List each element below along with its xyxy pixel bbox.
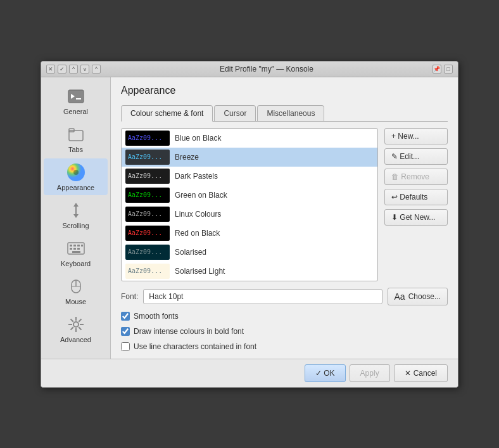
- scheme-preview-red-on-black: AaZz09...: [125, 226, 170, 241]
- get-new-button[interactable]: ⬇ Get New...: [384, 209, 448, 226]
- terminal-icon: [66, 86, 86, 106]
- advanced-icon: [66, 314, 86, 335]
- bold-intense-row: Draw intense colours in bold font: [121, 327, 448, 336]
- section-title: Appearance: [121, 85, 448, 96]
- smooth-fonts-label: Smooth fonts: [134, 312, 179, 321]
- font-choose-label: Choose...: [408, 292, 441, 301]
- scheme-preview-dark-pastels: AaZz09...: [125, 169, 170, 184]
- new-scheme-button[interactable]: + New...: [384, 128, 448, 144]
- scheme-item-linux-colours[interactable]: AaZz09... Linux Colours: [122, 205, 377, 224]
- scheme-item-dark-pastels[interactable]: AaZz09... Dark Pastels: [122, 167, 377, 186]
- sidebar: General Tabs: [41, 77, 111, 359]
- titlebar-controls: ✕ ✓ ^ v ^: [46, 65, 101, 74]
- main-window: ✕ ✓ ^ v ^ Edit Profile "my" — Konsole 📌 …: [41, 61, 458, 388]
- tab-cursor[interactable]: Cursor: [214, 105, 256, 121]
- sidebar-item-tabs[interactable]: Tabs: [44, 120, 108, 157]
- pin-btn[interactable]: 📌: [433, 65, 441, 74]
- font-input[interactable]: [143, 289, 382, 304]
- scheme-item-solarised-light[interactable]: AaZz09... Solarised Light: [122, 262, 377, 281]
- scheme-item-green-on-black[interactable]: AaZz09... Green on Black: [122, 186, 377, 205]
- sidebar-item-general[interactable]: General: [44, 82, 108, 119]
- colour-scheme-list[interactable]: AaZz09... Blue on Black AaZz09... Breeze…: [121, 128, 378, 281]
- tab-miscellaneous[interactable]: Miscellaneous: [257, 105, 324, 121]
- svg-rect-16: [73, 248, 76, 250]
- sidebar-label-appearance: Appearance: [57, 184, 94, 191]
- scheme-buttons: + New... ✎ Edit... 🗑 Remove ↩ Defaults ⬇…: [384, 128, 448, 281]
- scheme-preview-linux-colours: AaZz09...: [125, 207, 170, 222]
- mouse-icon: [66, 276, 86, 297]
- titlebar: ✕ ✓ ^ v ^ Edit Profile "my" — Konsole 📌 …: [41, 61, 458, 77]
- window-title: Edit Profile "my" — Konsole: [220, 65, 313, 74]
- sidebar-label-mouse: Mouse: [65, 298, 86, 305]
- cancel-icon: ✕: [405, 369, 411, 378]
- apply-button[interactable]: Apply: [350, 364, 390, 382]
- maximize-btn[interactable]: □: [444, 65, 453, 74]
- check-btn[interactable]: ✓: [58, 65, 66, 74]
- main-panel: Appearance Colour scheme & font Cursor M…: [111, 77, 458, 359]
- svg-rect-11: [70, 245, 72, 246]
- svg-point-6: [73, 170, 79, 175]
- defaults-button[interactable]: ↩ Defaults: [384, 189, 448, 205]
- scheme-name-linux-colours: Linux Colours: [175, 210, 221, 219]
- svg-rect-14: [81, 245, 83, 246]
- scheme-name-breeze: Breeze: [175, 153, 199, 162]
- font-choose-button[interactable]: Aa Choose...: [388, 288, 448, 305]
- scheme-item-red-on-black[interactable]: AaZz09... Red on Black: [122, 224, 377, 243]
- content-area: General Tabs: [41, 77, 458, 359]
- edit-scheme-button[interactable]: ✎ Edit...: [384, 148, 448, 165]
- scheme-name-dark-pastels: Dark Pastels: [175, 172, 218, 181]
- scheme-item-solarised[interactable]: AaZz09... Solarised: [122, 243, 377, 262]
- scheme-area: AaZz09... Blue on Black AaZz09... Breeze…: [121, 128, 448, 281]
- sidebar-item-scrolling[interactable]: Scrolling: [44, 196, 108, 233]
- scheme-preview-solarised: AaZz09...: [125, 245, 170, 260]
- keyboard-icon: [66, 238, 86, 259]
- tab-colour-scheme-font[interactable]: Colour scheme & font: [121, 105, 213, 122]
- cancel-button[interactable]: ✕ Cancel: [394, 364, 448, 382]
- svg-marker-9: [73, 214, 79, 218]
- svg-rect-13: [77, 245, 80, 246]
- scheme-item-breeze[interactable]: AaZz09... Breeze: [122, 148, 377, 167]
- svg-rect-15: [70, 248, 72, 250]
- bottom-bar: ✓ OK Apply ✕ Cancel: [41, 359, 458, 387]
- ok-button[interactable]: ✓ OK: [305, 364, 346, 382]
- sidebar-label-advanced: Advanced: [60, 336, 91, 343]
- line-chars-row: Use line characters contained in font: [121, 342, 448, 351]
- scroll-icon: [66, 200, 86, 221]
- smooth-fonts-row: Smooth fonts: [121, 312, 448, 321]
- bold-intense-checkbox[interactable]: [121, 327, 130, 336]
- down-btn[interactable]: v: [80, 65, 89, 74]
- scheme-name-solarised-light: Solarised Light: [175, 267, 225, 276]
- svg-point-22: [73, 322, 79, 327]
- scheme-item-blue-on-black[interactable]: AaZz09... Blue on Black: [122, 129, 377, 148]
- svg-rect-12: [73, 245, 76, 246]
- line-chars-label: Use line characters contained in font: [134, 342, 256, 351]
- sidebar-item-mouse[interactable]: Mouse: [44, 272, 108, 309]
- sidebar-item-advanced[interactable]: Advanced: [44, 310, 108, 347]
- sidebar-item-appearance[interactable]: Appearance: [44, 158, 108, 195]
- scheme-name-green-on-black: Green on Black: [175, 191, 227, 200]
- scheme-name-red-on-black: Red on Black: [175, 229, 220, 238]
- close-btn[interactable]: ✕: [46, 65, 55, 74]
- remove-scheme-button[interactable]: 🗑 Remove: [384, 169, 448, 185]
- svg-line-28: [79, 327, 81, 330]
- line-chars-checkbox[interactable]: [121, 342, 130, 351]
- smooth-fonts-checkbox[interactable]: [121, 312, 130, 321]
- tabs-bar: Colour scheme & font Cursor Miscellaneou…: [121, 105, 448, 122]
- scheme-preview-blue-on-black: AaZz09...: [125, 131, 170, 146]
- expand-btn[interactable]: ^: [92, 65, 101, 74]
- appearance-icon: [66, 162, 86, 182]
- font-row: Font: Aa Choose...: [121, 288, 448, 305]
- titlebar-right: 📌 □: [433, 65, 453, 74]
- scheme-name-blue-on-black: Blue on Black: [175, 134, 221, 143]
- sidebar-label-tabs: Tabs: [68, 146, 83, 153]
- font-icon: Aa: [395, 291, 405, 302]
- up-btn[interactable]: ^: [69, 65, 78, 74]
- scheme-preview-breeze: AaZz09...: [125, 150, 170, 165]
- sidebar-label-scrolling: Scrolling: [62, 222, 89, 229]
- font-label: Font:: [121, 292, 138, 301]
- tabs-icon: [66, 124, 86, 144]
- svg-rect-18: [72, 251, 80, 253]
- svg-line-27: [70, 319, 73, 321]
- sidebar-item-keyboard[interactable]: Keyboard: [44, 234, 108, 271]
- scheme-name-solarised: Solarised: [175, 248, 206, 257]
